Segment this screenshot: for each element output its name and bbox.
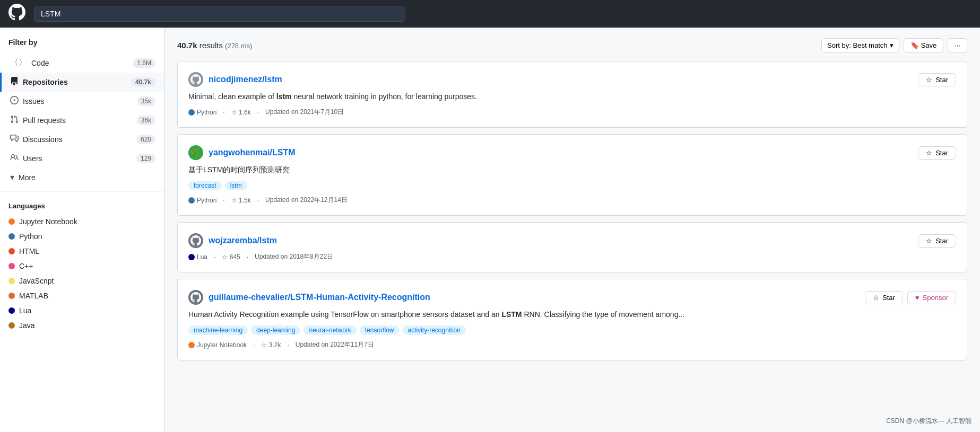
lang-python[interactable]: Python [0, 229, 164, 244]
updated-1: Updated on 2021年7月10日 [265, 108, 344, 117]
tag-neural-network[interactable]: neural-network [303, 325, 356, 335]
lang-jupyter[interactable]: Jupyter Notebook [0, 214, 164, 229]
filter-repositories[interactable]: Repositories 40.7k [0, 73, 164, 92]
star-icon-2: ☆ [926, 149, 932, 157]
repo-link-2[interactable]: yangwohenmai/LSTM [209, 148, 296, 157]
star-icon-1: ☆ [926, 76, 932, 84]
repo-header-3: wojzaremba/lstm ☆ Star [188, 233, 956, 248]
save-label: Save [921, 41, 937, 49]
github-logo-icon[interactable] [8, 4, 25, 24]
toolbar-right: Sort by: Best match ▾ 🔖 Save ··· [821, 38, 967, 52]
lang-name-1: Python [197, 109, 216, 116]
star-label-2: Star [935, 149, 948, 157]
tag-lstm[interactable]: lstm [225, 181, 247, 190]
lang-html[interactable]: HTML [0, 244, 164, 259]
more-options-button[interactable]: ··· [948, 38, 967, 52]
sort-label: Sort by: Best match [827, 41, 887, 49]
filter-users-label: Users [23, 154, 42, 163]
filter-repositories-count: 40.7k [131, 77, 155, 87]
repo-desc-1: Minimal, clean example of lstm neural ne… [188, 91, 956, 102]
repo-avatar-2: 🌿 [188, 145, 203, 160]
save-button[interactable]: 🔖 Save [904, 38, 944, 52]
star-count-3: ☆ 645 [222, 253, 240, 261]
tag-machine-learning[interactable]: machine-learning [188, 325, 248, 335]
filter-code-count: 1.6M [133, 58, 155, 68]
repo-link-1[interactable]: nicodjimenez/lstm [209, 75, 282, 84]
lang-indicator-3: Lua [188, 253, 207, 261]
lang-matlab[interactable]: MATLAB [0, 288, 164, 303]
star-button-4[interactable]: ☆ Star [865, 291, 903, 304]
repo-icon [10, 77, 19, 87]
results-time: (278 ms) [225, 42, 252, 50]
filter-users[interactable]: Users 129 [0, 149, 164, 168]
matlab-color-dot [8, 293, 15, 299]
repo-avatar-1 [188, 72, 203, 87]
repo-card-1: nicodjimenez/lstm ☆ Star Minimal, clean … [177, 61, 967, 128]
updated-2: Updated on 2022年12月14日 [265, 196, 348, 205]
sort-dropdown[interactable]: Sort by: Best match ▾ [821, 38, 899, 52]
lang-lua[interactable]: Lua [0, 303, 164, 318]
lang-name-4: Jupyter Notebook [197, 341, 247, 349]
lang-java-label: Java [19, 321, 35, 330]
html-color-dot [8, 248, 15, 254]
repo-link-3[interactable]: wojzaremba/lstm [209, 236, 277, 245]
discussions-icon [10, 134, 19, 145]
filter-issues[interactable]: Issues 35k [0, 92, 164, 111]
lang-javascript[interactable]: JavaScript [0, 274, 164, 288]
lang-cpp-label: C++ [19, 262, 33, 270]
lua-color-dot [8, 307, 15, 314]
repo-avatar-4 [188, 290, 203, 305]
tag-forecast[interactable]: forecast [188, 181, 222, 190]
sponsor-button-4[interactable]: ♥ Sponsor [907, 291, 956, 304]
cpp-color-dot [8, 263, 15, 269]
filter-more[interactable]: ▾ More [0, 168, 164, 187]
lang-name-3: Lua [197, 253, 207, 261]
lang-cpp[interactable]: C++ [0, 259, 164, 274]
filter-more-label: More [19, 173, 36, 182]
repo-link-4[interactable]: guillaume-chevalier/LSTM-Human-Activity-… [209, 293, 430, 302]
repo-header-2: 🌿 yangwohenmai/LSTM ☆ Star [188, 145, 956, 160]
star-label-4: Star [882, 294, 895, 302]
lang-lua-label: Lua [19, 306, 31, 315]
filter-discussions[interactable]: Discussions 620 [0, 130, 164, 149]
repo-meta-2: Python · ☆ 1.5k · Updated on 2022年12月14日 [188, 196, 956, 205]
updated-4: Updated on 2022年11月7日 [296, 340, 374, 349]
star-button-2[interactable]: ☆ Star [918, 146, 956, 160]
star-button-1[interactable]: ☆ Star [918, 73, 956, 86]
lang-jupyter-label: Jupyter Notebook [19, 217, 77, 226]
main-layout: Filter by 〈〉 Code 1.6M Repositories 40.7… [0, 28, 980, 432]
sponsor-label-4: Sponsor [923, 294, 948, 302]
star-count-4: ☆ 3.2k [261, 341, 281, 349]
filter-pull-requests-label: Pull requests [23, 116, 66, 125]
ellipsis-icon: ··· [955, 41, 960, 49]
filter-issues-count: 35k [137, 96, 155, 106]
lang-java[interactable]: Java [0, 318, 164, 333]
site-header [0, 0, 980, 28]
search-input[interactable] [34, 6, 405, 22]
lang-indicator-4: Jupyter Notebook [188, 341, 247, 349]
star-label-3: Star [935, 237, 948, 245]
lang-name-2: Python [197, 197, 216, 204]
filter-pull-requests-count: 36k [137, 116, 155, 125]
lang-dot-3 [188, 254, 195, 260]
sidebar-title: Filter by [0, 38, 164, 53]
tag-activity-recognition[interactable]: activity-recognition [403, 325, 466, 335]
filter-code[interactable]: 〈〉 Code 1.6M [0, 53, 164, 73]
repo-card-2: 🌿 yangwohenmai/LSTM ☆ Star 基于LSTM的时间序列预测… [177, 134, 967, 216]
tag-tensorflow[interactable]: tensorflow [360, 325, 400, 335]
tag-deep-learning[interactable]: deep-learning [251, 325, 300, 335]
lang-indicator-1: Python [188, 109, 216, 116]
filter-discussions-count: 620 [136, 135, 155, 144]
javascript-color-dot [8, 278, 15, 284]
star-button-3[interactable]: ☆ Star [918, 234, 956, 248]
sidebar-divider [0, 191, 164, 191]
filter-pull-requests[interactable]: Pull requests 36k [0, 111, 164, 130]
repo-meta-1: Python · ☆ 1.6k · Updated on 2021年7月10日 [188, 108, 956, 117]
sidebar: Filter by 〈〉 Code 1.6M Repositories 40.7… [0, 28, 164, 432]
filter-repositories-label: Repositories [23, 78, 68, 86]
filter-issues-label: Issues [23, 97, 44, 105]
repo-meta-4: Jupyter Notebook · ☆ 3.2k · Updated on 2… [188, 340, 956, 349]
pull-request-icon [10, 115, 19, 126]
search-wrapper [34, 6, 405, 22]
lang-dot-4 [188, 342, 195, 348]
